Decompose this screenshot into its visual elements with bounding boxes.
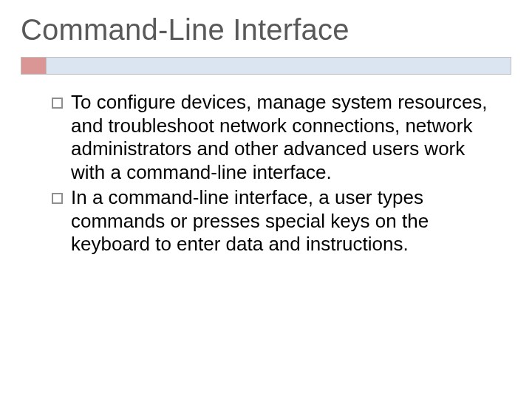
slide-title: Command-Line Interface <box>21 13 511 47</box>
slide: Command-Line Interface To configure devi… <box>0 0 532 399</box>
bullet-list: To configure devices, manage system reso… <box>47 91 504 256</box>
divider-main <box>46 57 511 75</box>
divider-accent <box>21 57 46 75</box>
divider-bar <box>21 57 511 75</box>
content-area: To configure devices, manage system reso… <box>21 91 511 256</box>
bullet-item: In a command-line interface, a user type… <box>47 186 504 256</box>
bullet-item: To configure devices, manage system reso… <box>47 91 504 185</box>
